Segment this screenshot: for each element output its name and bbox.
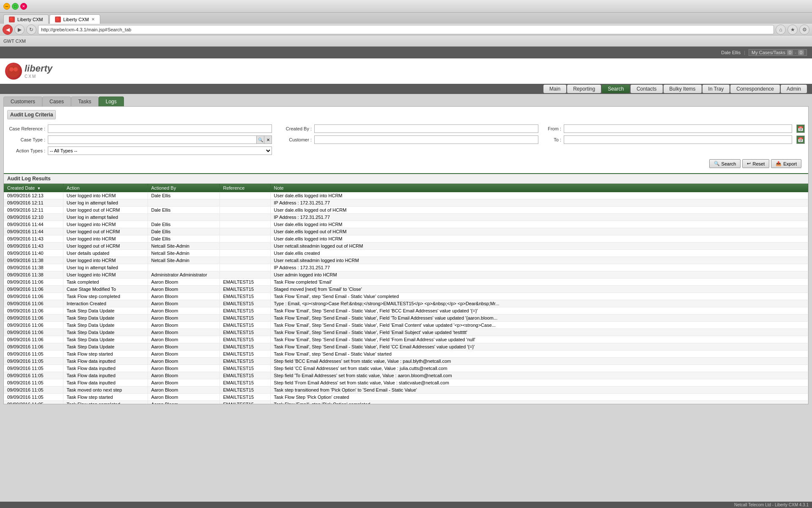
nav-admin[interactable]: Admin [781,85,807,93]
cell-actioned_by: Dale Ellis [148,235,219,243]
cell-actioned_by: Aaron Bloom [148,358,219,365]
refresh-btn[interactable]: ↻ [26,25,36,35]
nav-correspondence[interactable]: Correspondence [730,85,780,93]
nav-contacts[interactable]: Contacts [631,85,662,93]
action-types-select[interactable]: -- All Types -- [48,146,272,155]
back-btn[interactable]: ◀ [3,25,13,35]
cell-actioned_by: Aaron Bloom [148,387,219,394]
tab-cases[interactable]: Cases [42,97,71,106]
cell-reference: EMAILTEST15 [219,329,270,336]
count1: 0 [787,50,793,55]
table-row: 09/09/2016 11:05Task Flow step completed… [4,401,808,404]
case-type-clear-icon[interactable]: ✕ [264,135,272,144]
tab-label-1: Liberty CXM [17,17,43,22]
cell-date: 09/09/2016 12:11 [4,207,63,214]
browser-tabs: 🔴 Liberty CXM 🔴 Liberty CXM ✕ [0,13,812,24]
user-name[interactable]: Dale Ellis [721,50,741,55]
reset-icon: ↩ [747,161,751,166]
nav-main[interactable]: Main [543,85,566,93]
cell-action: User log in attempt failed [63,214,148,221]
tab-customers[interactable]: Customers [3,97,42,106]
forward-btn[interactable]: ▶ [14,25,25,35]
minimize-btn[interactable]: ─ [3,3,10,10]
from-calendar-icon[interactable]: 📅 [796,124,805,133]
cell-action: User details updated [63,250,148,257]
case-type-input[interactable] [48,135,257,144]
customer-input[interactable] [314,135,538,144]
export-icon: 📤 [776,161,782,166]
from-input[interactable] [564,124,792,133]
cell-note: Task Flow completed 'Email' [270,279,808,286]
cell-date: 09/09/2016 11:06 [4,322,63,329]
created-by-row: Created By : [274,124,538,133]
to-row: To : 📅 [540,135,805,144]
cell-actioned_by: Dale Ellis [148,228,219,235]
cell-date: 09/09/2016 11:06 [4,307,63,315]
cell-note: User dale.ellis logged out of HCRM [270,207,808,214]
cell-actioned_by: Netcall Site-Admin [148,257,219,264]
results-table-wrapper[interactable]: Created Date ▼ Action Actioned By Refere… [4,184,808,404]
content-tabs: Customers Cases Tasks Logs [0,94,812,106]
settings-btn[interactable]: ⚙ [799,25,809,35]
cell-action: User logged into HCRM [63,271,148,279]
case-type-search-icon[interactable]: 🔍 [257,135,264,144]
nav-reporting[interactable]: Reporting [567,85,601,93]
svg-point-3 [11,71,16,75]
cell-date: 09/09/2016 11:44 [4,228,63,235]
logo-subtext: CXM [25,74,52,79]
nav-bulky-items[interactable]: Bulky Items [664,85,702,93]
cell-action: Case Stage Modified To [63,286,148,293]
cell-reference: EMAILTEST15 [219,372,270,379]
criteria-section: Audit Log Criteria Case Reference : Crea… [4,107,808,174]
cell-action: User logged out of HCRM [63,243,148,250]
url-bar[interactable]: http://grebe/cxm-4.3.1/main.jsp#Search_t… [38,25,774,34]
cell-date: 09/09/2016 11:05 [4,379,63,387]
nav-in-tray[interactable]: In Tray [702,85,730,93]
table-row: 09/09/2016 11:44User logged into HCRMDal… [4,221,808,228]
cell-note: Task Flow 'Email', Step 'Send Email - St… [270,307,808,315]
cell-action: Task Step Data Update [63,307,148,315]
close-btn[interactable]: ✕ [20,3,27,10]
cell-reference: EMAILTEST15 [219,293,270,300]
cell-action: Task Flow step started [63,394,148,401]
maximize-btn[interactable]: □ [12,3,19,10]
created-by-input[interactable] [314,124,538,133]
results-section: Audit Log Results Created Date ▼ Action … [4,174,808,404]
cell-date: 09/09/2016 11:05 [4,372,63,379]
star-btn[interactable]: ★ [787,25,798,35]
col-header-action[interactable]: Action [63,184,148,192]
case-reference-input[interactable] [48,124,272,133]
col-header-date[interactable]: Created Date ▼ [4,184,63,192]
cell-reference [219,271,270,279]
tab-close-icon[interactable]: ✕ [91,17,95,22]
browser-tab-1[interactable]: 🔴 Liberty CXM [3,14,49,24]
cell-note: Step field 'From Email Address' set from… [270,379,808,387]
reset-button[interactable]: ↩ Reset [742,159,769,168]
to-calendar-icon[interactable]: 📅 [796,135,805,144]
tab-tasks[interactable]: Tasks [71,97,99,106]
tab-favicon-2: 🔴 [55,17,61,22]
cell-action: Task Step Data Update [63,315,148,322]
footer-text: Netcall Telecom Ltd - Liberty CXM 4.3.1 [734,502,809,507]
to-input[interactable] [564,135,792,144]
table-row: 09/09/2016 12:11User log in attempt fail… [4,199,808,207]
browser-tab-2[interactable]: 🔴 Liberty CXM ✕ [49,14,101,24]
cell-note: User admin logged into HCRM [270,271,808,279]
cell-date: 09/09/2016 11:05 [4,365,63,372]
col-header-note[interactable]: Note [270,184,808,192]
cell-date: 09/09/2016 12:11 [4,199,63,207]
cell-date: 09/09/2016 11:05 [4,394,63,401]
export-button[interactable]: 📤 Export [771,159,801,168]
my-cases-badge[interactable]: My Cases/Tasks 0 - 0 [749,49,807,56]
tab-logs[interactable]: Logs [99,97,124,106]
col-header-reference[interactable]: Reference [219,184,270,192]
home-btn[interactable]: ⌂ [776,25,786,35]
cell-date: 09/09/2016 11:06 [4,300,63,307]
search-button[interactable]: 🔍 Search [709,159,741,168]
col-header-actioned[interactable]: Actioned By [148,184,219,192]
cell-actioned_by: Dale Ellis [148,207,219,214]
cell-note: User netcall.siteadmin logged out of HCR… [270,243,808,250]
table-row: 09/09/2016 11:06Task Flow step completed… [4,293,808,300]
cell-note: Staged moved [next] from 'Email' to 'Clo… [270,286,808,293]
nav-search[interactable]: Search [602,85,630,93]
